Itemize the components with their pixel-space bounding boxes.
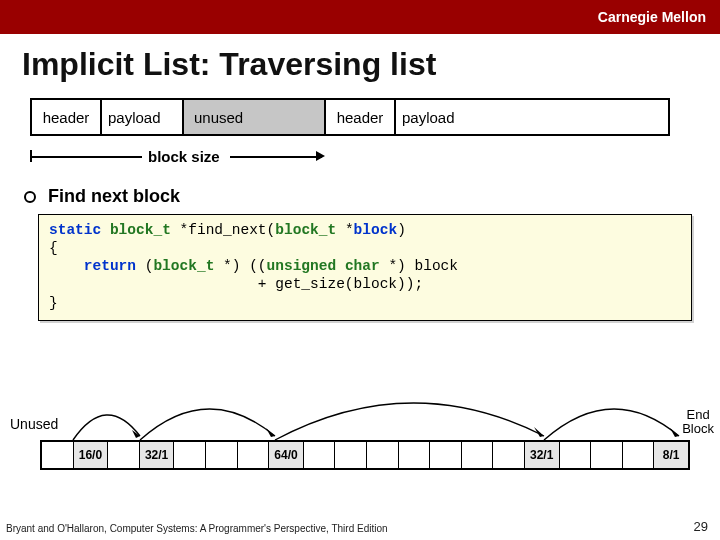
code-type: unsigned char bbox=[267, 258, 389, 274]
heap-leading-unused bbox=[42, 442, 74, 468]
block-diagram: header payload unused header payload bbox=[30, 98, 670, 136]
code-box: static block_t *find_next(block_t *block… bbox=[38, 214, 692, 321]
brace-line-left bbox=[30, 156, 142, 158]
code-text: *) (( bbox=[223, 258, 267, 274]
code-kw: return bbox=[49, 258, 136, 274]
code-text: } bbox=[49, 295, 58, 311]
heap-payload-cell bbox=[108, 442, 140, 468]
heap-payload-cell bbox=[335, 442, 367, 468]
code-text: * bbox=[345, 222, 354, 238]
traversal-arcs bbox=[40, 386, 690, 442]
bullet-row: Find next block bbox=[24, 186, 180, 207]
heap-payload-cell bbox=[560, 442, 592, 468]
heap-header-1: 32/1 bbox=[140, 442, 175, 468]
heap-payload-cell bbox=[591, 442, 623, 468]
code-text: ( bbox=[267, 222, 276, 238]
code-text: ( bbox=[136, 258, 153, 274]
code-text: ) bbox=[397, 222, 406, 238]
code-kw: static bbox=[49, 222, 101, 238]
heap-payload-cell bbox=[462, 442, 494, 468]
brace-line-right bbox=[230, 156, 322, 158]
block-cell-payload: payload bbox=[102, 100, 184, 134]
end-block-l1: End bbox=[687, 407, 710, 422]
block-cell-header: header bbox=[32, 100, 102, 134]
brace-label: block size bbox=[148, 148, 220, 165]
code-type: block_t bbox=[275, 222, 345, 238]
heap-payload-cell bbox=[367, 442, 399, 468]
heap-header-2: 64/0 bbox=[269, 442, 304, 468]
title-bar: Carnegie Mellon bbox=[0, 0, 720, 34]
heap-payload-cell bbox=[623, 442, 655, 468]
code-param: block bbox=[354, 222, 398, 238]
code-text: *) block bbox=[388, 258, 458, 274]
code-text: { bbox=[49, 240, 58, 256]
university-name: Carnegie Mellon bbox=[598, 9, 706, 25]
heap-payload-cell bbox=[399, 442, 431, 468]
code-type: block_t bbox=[153, 258, 223, 274]
heap-payload-cell bbox=[304, 442, 336, 468]
block-cell-unused: unused bbox=[184, 100, 326, 134]
heap-strip: 16/032/164/032/18/1 bbox=[40, 440, 690, 470]
page-number: 29 bbox=[694, 519, 708, 534]
heap-header-3: 32/1 bbox=[525, 442, 560, 468]
bullet-icon bbox=[24, 191, 36, 203]
heap-header-4: 8/1 bbox=[654, 442, 688, 468]
code-text: + get_size(block)); bbox=[49, 276, 423, 292]
bullet-text: Find next block bbox=[48, 186, 180, 207]
block-size-brace: block size bbox=[30, 142, 326, 172]
heap-header-0: 16/0 bbox=[74, 442, 109, 468]
svg-marker-3 bbox=[670, 428, 679, 437]
heap-payload-cell bbox=[493, 442, 525, 468]
heap-payload-cell bbox=[430, 442, 462, 468]
heap-payload-cell bbox=[174, 442, 206, 468]
footer-citation: Bryant and O'Hallaron, Computer Systems:… bbox=[6, 523, 388, 534]
slide-title: Implicit List: Traversing list bbox=[22, 46, 436, 83]
code-fn: find_next bbox=[188, 222, 266, 238]
arcs-svg bbox=[40, 386, 690, 442]
svg-marker-1 bbox=[266, 428, 275, 437]
code-type: block_t bbox=[101, 222, 179, 238]
block-cell-payload2: payload bbox=[396, 100, 668, 134]
heap-payload-cell bbox=[238, 442, 270, 468]
brace-arrow-icon bbox=[316, 151, 325, 161]
block-cell-header2: header bbox=[326, 100, 396, 134]
code-text: * bbox=[180, 222, 189, 238]
heap-payload-cell bbox=[206, 442, 238, 468]
